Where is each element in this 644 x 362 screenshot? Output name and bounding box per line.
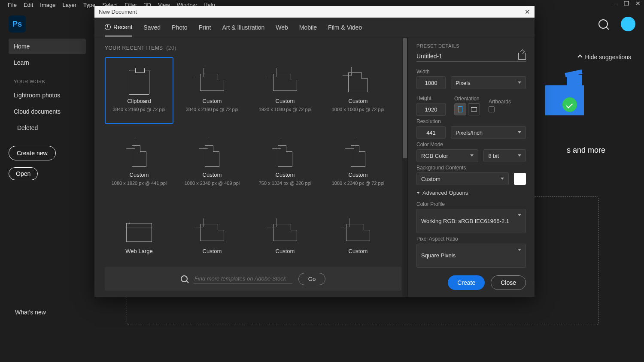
- chevron-down-icon: [501, 178, 504, 180]
- tab-print[interactable]: Print: [199, 24, 211, 36]
- preset-scrollbar[interactable]: [402, 37, 407, 297]
- preset-card[interactable]: Custom1080 x 2340 px @ 72 ppi: [324, 131, 392, 198]
- preset-title: Custom: [276, 248, 295, 254]
- resolution-unit-select[interactable]: Pixels/Inch: [451, 126, 526, 139]
- whats-new-link[interactable]: What's new: [15, 309, 46, 316]
- height-input[interactable]: [416, 103, 446, 116]
- stock-search-input[interactable]: [194, 274, 292, 284]
- preset-card[interactable]: Custom: [324, 205, 392, 272]
- go-button[interactable]: Go: [298, 273, 325, 285]
- save-preset-icon[interactable]: [518, 53, 526, 60]
- chevron-down-icon: [518, 131, 521, 133]
- your-work-label: YOUR WORK: [14, 79, 81, 84]
- preset-card[interactable]: Web Large: [105, 205, 173, 272]
- bit-depth-select[interactable]: 8 bit: [483, 149, 526, 162]
- preset-dimensions: 1080 x 1920 px @ 441 ppi: [112, 181, 167, 186]
- preset-card[interactable]: Custom1920 x 1080 px @ 72 ppi: [251, 57, 319, 124]
- menu-image[interactable]: Image: [36, 2, 59, 8]
- tab-film[interactable]: Film & Video: [328, 24, 362, 36]
- sidebar-item-home[interactable]: Home: [9, 39, 86, 54]
- resolution-label: Resolution: [416, 118, 526, 124]
- preset-title: Custom: [203, 172, 222, 178]
- document-icon: [348, 72, 368, 92]
- height-label: Height: [416, 95, 446, 101]
- document-icon: [273, 224, 297, 241]
- preset-card[interactable]: Custom1000 x 1000 px @ 72 ppi: [324, 57, 392, 124]
- sidebar-item-learn[interactable]: Learn: [9, 55, 86, 70]
- preset-card[interactable]: Custom: [251, 205, 319, 272]
- color-profile-label: Color Profile: [416, 201, 526, 207]
- close-window-icon[interactable]: ✕: [635, 0, 641, 7]
- bg-select[interactable]: Custom: [416, 172, 509, 185]
- window-controls: — ❐ ✕: [612, 0, 641, 7]
- sidebar-item-deleted[interactable]: Deleted: [9, 120, 86, 136]
- avatar[interactable]: [621, 17, 635, 31]
- color-mode-label: Color Mode: [416, 142, 526, 148]
- hide-suggestions-label: Hide suggestions: [585, 54, 631, 60]
- preset-card[interactable]: Custom1080 x 1920 px @ 441 ppi: [105, 131, 173, 198]
- resolution-input[interactable]: [416, 126, 446, 139]
- maximize-icon[interactable]: ❐: [624, 0, 629, 7]
- tab-web[interactable]: Web: [276, 24, 288, 36]
- preset-card[interactable]: Clipboard3840 x 2160 px @ 72 ppi: [105, 57, 173, 124]
- create-new-button[interactable]: Create new: [9, 146, 56, 160]
- triangle-down-icon: [416, 192, 420, 194]
- menu-edit[interactable]: Edit: [20, 2, 36, 8]
- par-select[interactable]: Square Pixels: [416, 244, 526, 268]
- preset-details-panel: PRESET DETAILS Width Pixels Height Orien…: [407, 37, 535, 297]
- tab-saved[interactable]: Saved: [143, 24, 161, 36]
- dialog-title: New Document: [99, 9, 137, 15]
- preset-card[interactable]: Custom750 x 1334 px @ 326 ppi: [251, 131, 319, 198]
- bg-color-swatch[interactable]: [514, 173, 526, 185]
- preset-card[interactable]: Custom: [178, 205, 246, 272]
- details-heading: PRESET DETAILS: [416, 43, 526, 48]
- orientation-portrait[interactable]: [454, 103, 466, 115]
- chevron-down-icon: [518, 214, 521, 216]
- preset-card[interactable]: Custom3840 x 2160 px @ 72 ppi: [178, 57, 246, 124]
- document-icon: [278, 145, 292, 167]
- scroll-thumb[interactable]: [403, 38, 407, 158]
- document-name-input[interactable]: [416, 53, 518, 60]
- new-document-dialog: New Document ✕ Recent Saved Photo Print …: [94, 6, 535, 297]
- document-icon: [200, 74, 224, 91]
- color-mode-select[interactable]: RGB Color: [416, 149, 478, 162]
- preset-title: Custom: [349, 98, 368, 104]
- sidebar-item-lightroom[interactable]: Lightroom photos: [9, 87, 86, 103]
- preset-grid-area: YOUR RECENT ITEMS (20) Clipboard3840 x 2…: [94, 37, 407, 297]
- stock-search-bar: Go: [105, 267, 401, 291]
- home-sidebar: Home Learn YOUR WORK Lightroom photos Cl…: [0, 39, 94, 184]
- tab-photo[interactable]: Photo: [172, 24, 188, 36]
- advanced-toggle[interactable]: Advanced Options: [416, 190, 526, 196]
- sidebar-item-cloud[interactable]: Cloud documents: [9, 104, 86, 119]
- chevron-up-icon: [577, 54, 582, 59]
- width-input[interactable]: [416, 76, 446, 89]
- menu-file[interactable]: File: [4, 2, 20, 8]
- width-unit-select[interactable]: Pixels: [451, 76, 526, 89]
- close-button[interactable]: Close: [491, 275, 526, 290]
- minimize-icon[interactable]: —: [612, 0, 618, 7]
- clipboard-icon: [129, 70, 149, 95]
- preset-title: Custom: [203, 248, 222, 254]
- hide-suggestions-button[interactable]: Hide suggestions: [545, 54, 631, 60]
- document-icon: [205, 145, 219, 167]
- preset-dimensions: 3840 x 2160 px @ 72 ppi: [186, 107, 238, 112]
- create-button[interactable]: Create: [448, 275, 485, 290]
- close-icon[interactable]: ✕: [525, 8, 530, 16]
- tab-recent[interactable]: Recent: [105, 24, 132, 36]
- preset-card[interactable]: Custom1080 x 2340 px @ 409 ppi: [178, 131, 246, 198]
- color-profile-select[interactable]: Working RGB: sRGB IEC61966-2.1: [416, 209, 526, 233]
- menu-layer[interactable]: Layer: [59, 2, 80, 8]
- suggestions-panel: Hide suggestions: [545, 54, 631, 124]
- tab-art[interactable]: Art & Illustration: [222, 24, 264, 36]
- orientation-landscape[interactable]: [468, 103, 480, 115]
- preset-title: Web Large: [125, 248, 152, 254]
- tab-mobile[interactable]: Mobile: [299, 24, 317, 36]
- artboards-label: Artboards: [489, 99, 511, 105]
- search-icon[interactable]: [598, 19, 608, 29]
- document-icon: [132, 145, 146, 167]
- preset-title: Clipboard: [127, 98, 151, 104]
- artboards-checkbox[interactable]: [489, 106, 495, 112]
- open-button[interactable]: Open: [9, 167, 38, 180]
- par-label: Pixel Aspect Ratio: [416, 236, 526, 242]
- preset-title: Custom: [276, 172, 295, 178]
